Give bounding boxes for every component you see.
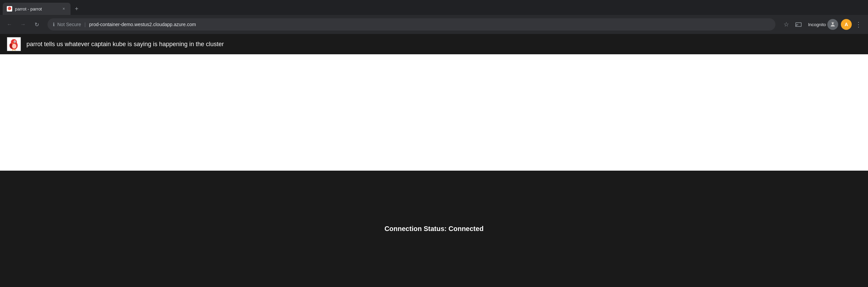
url-text: prod-container-demo.westus2.cloudapp.azu…	[89, 22, 770, 27]
back-button[interactable]: ←	[4, 19, 15, 30]
tab-bar: parrot - parrot × +	[0, 0, 868, 15]
bookmark-button[interactable]: ☆	[781, 19, 792, 30]
not-secure-label: Not Secure	[57, 22, 81, 27]
svg-point-3	[9, 8, 9, 8]
dark-section: Connection Status: Connected	[0, 171, 868, 287]
tab-favicon	[7, 6, 12, 12]
connection-status: Connection Status: Connected	[384, 225, 484, 233]
svg-point-17	[12, 44, 16, 49]
tab-close-button[interactable]: ×	[61, 6, 66, 12]
new-tab-button[interactable]: +	[72, 4, 81, 14]
incognito-icon	[827, 19, 838, 30]
address-separator: |	[84, 22, 86, 27]
toolbar-right: ☆ Incognito A	[781, 19, 864, 30]
incognito-label: Incognito	[808, 22, 826, 27]
browser-menu-button[interactable]: ⋮	[853, 19, 864, 30]
toolbar: ← → ↻ ℹ Not Secure | prod-container-demo…	[0, 15, 868, 34]
svg-rect-9	[831, 22, 834, 23]
active-tab[interactable]: parrot - parrot ×	[3, 3, 71, 15]
page-content: parrot tells us whatever captain kube is…	[0, 34, 868, 287]
app-tagline: parrot tells us whatever captain kube is…	[26, 41, 224, 48]
cast-button[interactable]	[793, 19, 804, 30]
security-icon: ℹ	[53, 22, 55, 27]
tab-title: parrot - parrot	[15, 6, 58, 12]
svg-point-1	[8, 7, 11, 10]
svg-point-15	[15, 41, 15, 42]
app-logo	[7, 37, 21, 51]
profile-icon[interactable]: A	[841, 19, 852, 30]
svg-point-8	[833, 23, 834, 24]
main-area	[0, 54, 868, 171]
reload-button[interactable]: ↻	[31, 19, 42, 30]
app-header: parrot tells us whatever captain kube is…	[0, 34, 868, 54]
forward-button[interactable]: →	[18, 19, 28, 30]
address-bar[interactable]: ℹ Not Secure | prod-container-demo.westu…	[47, 18, 775, 31]
svg-point-7	[831, 23, 832, 24]
